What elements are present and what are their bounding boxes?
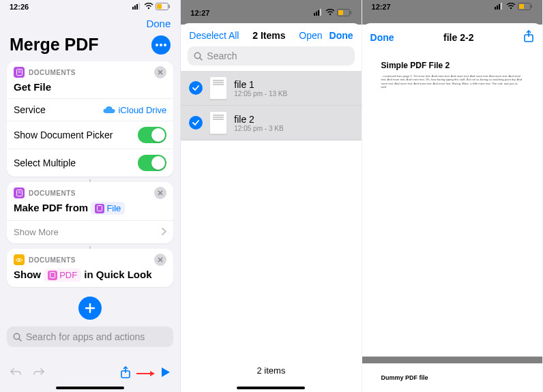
select-multiple-label: Select Multiple bbox=[14, 157, 76, 168]
chevron-right-icon bbox=[162, 227, 166, 237]
undo-button[interactable] bbox=[10, 367, 22, 380]
line-prefix: Show bbox=[14, 269, 41, 280]
pdf-page1-title: Simple PDF File 2 bbox=[381, 61, 523, 70]
file-variable-icon bbox=[95, 204, 104, 213]
show-picker-toggle[interactable] bbox=[138, 127, 166, 143]
remove-action-button[interactable] bbox=[154, 187, 166, 199]
status-icons bbox=[495, 3, 533, 12]
file-meta: 12:05 pm - 13 KB bbox=[234, 90, 287, 97]
svg-rect-2 bbox=[136, 4, 138, 10]
search-placeholder: Search for apps and actions bbox=[26, 331, 145, 342]
show-picker-label: Show Document Picker bbox=[14, 130, 113, 140]
share-button[interactable] bbox=[523, 30, 534, 44]
line-prefix: Make PDF from bbox=[14, 202, 88, 213]
line-suffix: in Quick Look bbox=[84, 269, 151, 280]
close-icon bbox=[158, 70, 163, 75]
card-title-line: Make PDF from File bbox=[7, 200, 173, 220]
svg-point-41 bbox=[195, 52, 201, 58]
file-row[interactable]: file 1 12:05 pm - 13 KB bbox=[181, 71, 361, 106]
check-icon bbox=[192, 120, 199, 125]
card-category: DOCUMENTS bbox=[29, 256, 76, 264]
pdf-preview[interactable]: Simple PDF File 2 ...continued from page… bbox=[362, 50, 542, 392]
redo-button[interactable] bbox=[33, 367, 45, 380]
svg-rect-43 bbox=[495, 7, 496, 10]
done-button[interactable]: Done bbox=[329, 30, 353, 41]
preview-nav: Done file 2-2 bbox=[362, 23, 542, 50]
close-icon bbox=[158, 190, 163, 196]
card-header: DOCUMENTS bbox=[7, 182, 173, 200]
service-label: Service bbox=[14, 104, 46, 115]
quicklook-category-icon bbox=[14, 254, 25, 265]
svg-point-4 bbox=[148, 7, 149, 9]
action-card-quick-look: DOCUMENTS Show PDF in Quick Look bbox=[7, 249, 173, 287]
annotation-arrow bbox=[136, 367, 156, 380]
status-icons bbox=[314, 9, 352, 18]
selection-count: 2 Items bbox=[252, 30, 285, 41]
svg-rect-39 bbox=[338, 10, 343, 15]
share-button[interactable] bbox=[120, 366, 131, 381]
svg-rect-3 bbox=[138, 3, 140, 10]
pdf-page-2: Dummy PDF file bbox=[362, 363, 542, 392]
picker-footer: 2 items bbox=[181, 359, 361, 382]
status-time: 12:27 bbox=[190, 9, 209, 17]
card-header: DOCUMENTS bbox=[7, 249, 173, 267]
service-value: iCloud Drive bbox=[103, 105, 166, 115]
quicklook-preview-screen: 12:27 Done file 2-2 Simple PDF File 2 ..… bbox=[362, 0, 543, 392]
svg-rect-25 bbox=[50, 273, 55, 278]
deselect-all-button[interactable]: Deselect All bbox=[189, 30, 239, 41]
picker-sheet: Deselect All 2 Items Open Done Search fi… bbox=[181, 23, 361, 392]
select-multiple-toggle[interactable] bbox=[138, 155, 166, 171]
svg-point-28 bbox=[14, 333, 19, 339]
background-dim: 12:27 bbox=[181, 0, 361, 25]
status-bar: 12:27 bbox=[362, 0, 542, 12]
variable-pill-pdf[interactable]: PDF bbox=[44, 269, 81, 282]
selection-check[interactable] bbox=[189, 81, 203, 95]
bottom-toolbar bbox=[0, 361, 180, 382]
svg-rect-36 bbox=[320, 9, 321, 16]
remove-action-button[interactable] bbox=[154, 66, 166, 78]
pdf-page2-title: Dummy PDF file bbox=[381, 374, 428, 381]
icloud-icon bbox=[103, 106, 115, 114]
card-title: Get File bbox=[7, 80, 173, 98]
svg-rect-45 bbox=[499, 4, 500, 10]
nav-bar: Done bbox=[0, 12, 180, 33]
remove-action-button[interactable] bbox=[154, 254, 166, 266]
action-card-make-pdf: DOCUMENTS Make PDF from File Show More bbox=[7, 182, 173, 243]
background-dim: 12:27 bbox=[362, 0, 542, 25]
documents-category-icon bbox=[14, 187, 25, 198]
file-info: file 1 12:05 pm - 13 KB bbox=[234, 79, 287, 97]
preview-title: file 2-2 bbox=[443, 32, 473, 43]
service-row[interactable]: Service iCloud Drive bbox=[7, 98, 173, 121]
svg-rect-40 bbox=[350, 11, 351, 14]
more-button[interactable] bbox=[151, 35, 171, 55]
variable-pill-file[interactable]: File bbox=[91, 202, 125, 215]
file-row[interactable]: file 2 12:05 pm - 3 KB bbox=[181, 106, 361, 140]
plus-icon bbox=[85, 303, 96, 314]
picker-search-input[interactable]: Search bbox=[188, 46, 354, 65]
status-icons bbox=[132, 3, 171, 12]
search-input[interactable]: Search for apps and actions bbox=[7, 327, 173, 347]
select-multiple-row: Select Multiple bbox=[7, 149, 173, 177]
svg-rect-21 bbox=[98, 206, 102, 211]
status-bar: 12:26 bbox=[0, 0, 180, 12]
search-icon bbox=[194, 52, 203, 61]
cellular-icon bbox=[314, 9, 323, 17]
search-icon bbox=[13, 333, 22, 342]
svg-rect-44 bbox=[497, 5, 498, 10]
svg-rect-33 bbox=[314, 13, 315, 16]
wifi-icon bbox=[144, 3, 153, 11]
done-button[interactable]: Done bbox=[370, 32, 394, 43]
run-button[interactable] bbox=[161, 367, 171, 380]
page-gap bbox=[362, 357, 542, 363]
selection-check[interactable] bbox=[189, 116, 203, 130]
svg-line-42 bbox=[200, 58, 202, 60]
title-row: Merge PDF bbox=[0, 33, 180, 61]
add-action-button[interactable] bbox=[78, 297, 102, 320]
documents-category-icon bbox=[14, 67, 25, 78]
done-button[interactable]: Done bbox=[146, 18, 171, 29]
home-indicator bbox=[56, 387, 124, 389]
open-button[interactable]: Open bbox=[299, 30, 322, 41]
file-info: file 2 12:05 pm - 3 KB bbox=[234, 114, 283, 132]
show-more-row[interactable]: Show More bbox=[7, 220, 173, 243]
svg-rect-50 bbox=[531, 5, 532, 8]
